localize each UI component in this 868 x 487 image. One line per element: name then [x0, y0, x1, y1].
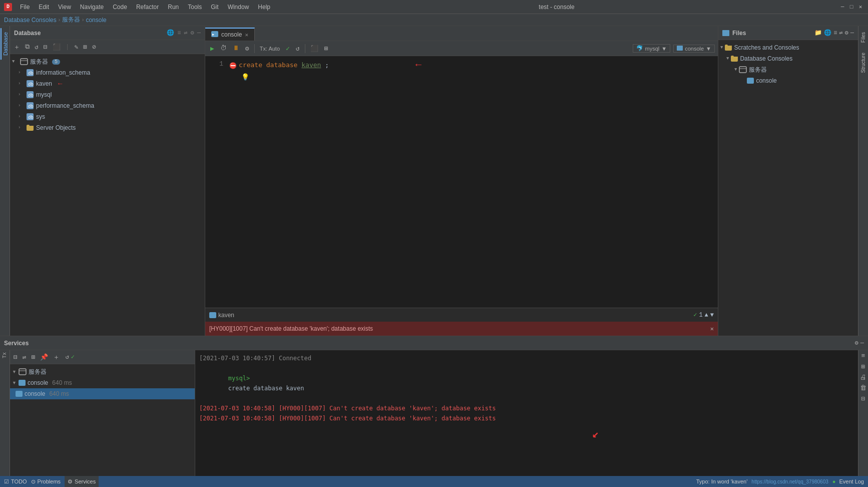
- files-minus-icon[interactable]: ─: [850, 30, 854, 37]
- edit-icon[interactable]: ✎: [73, 42, 80, 52]
- menu-edit[interactable]: Edit: [35, 3, 53, 12]
- menu-run[interactable]: Run: [164, 3, 183, 12]
- files-globe-icon[interactable]: 🌐: [824, 29, 831, 37]
- srv-check-icon[interactable]: ✓: [71, 353, 75, 361]
- tree-item-mysql[interactable]: › db mysql: [10, 89, 205, 100]
- srv-pin-icon[interactable]: 📌: [39, 352, 50, 362]
- tree-item-kaven[interactable]: › db kaven ←: [10, 78, 205, 89]
- console-selector[interactable]: console ▼: [673, 45, 715, 53]
- menu-view[interactable]: View: [54, 3, 75, 12]
- status-services[interactable]: ⚙ Services: [65, 476, 99, 487]
- code-area[interactable]: ⛔ create database kaven ; ← 💡: [225, 56, 718, 308]
- menu-file[interactable]: File: [16, 3, 34, 12]
- tree-item-server-objects[interactable]: › Server Objects: [10, 122, 205, 133]
- menu-tools[interactable]: Tools: [184, 3, 206, 12]
- minimize-button[interactable]: ─: [839, 4, 846, 11]
- db-settings-icon[interactable]: ⚙: [191, 29, 194, 37]
- filter-icon[interactable]: ⊟: [42, 42, 49, 52]
- srv-right-icon3[interactable]: 🖨: [860, 374, 866, 381]
- menu-code[interactable]: Code: [109, 3, 131, 12]
- menu-window[interactable]: Window: [224, 3, 253, 12]
- menu-navigate[interactable]: Navigate: [76, 3, 108, 12]
- run-button[interactable]: ▶: [208, 44, 216, 54]
- expand-scratches[interactable]: ▼: [720, 45, 723, 50]
- stop-button[interactable]: ⏸: [231, 44, 241, 53]
- editor-tab-console[interactable]: ▶ console ✕: [205, 28, 255, 41]
- menu-refactor[interactable]: Refactor: [132, 3, 163, 12]
- srv-expand-server[interactable]: ▼: [12, 369, 17, 374]
- add-icon[interactable]: ＋: [12, 42, 22, 53]
- arrow-up-icon[interactable]: ▲: [705, 312, 708, 319]
- srv-right-icon2[interactable]: ⊞: [861, 363, 865, 371]
- srv-right-icon1[interactable]: ≡: [861, 352, 865, 360]
- srv-settings-icon[interactable]: ⚙: [855, 339, 858, 347]
- vtab-database[interactable]: Database: [1, 28, 10, 60]
- expand-perf[interactable]: ›: [18, 103, 24, 108]
- arrow-down-icon[interactable]: ▼: [710, 312, 714, 319]
- files-settings-icon[interactable]: ⚙: [845, 29, 848, 37]
- srv-tree-console2[interactable]: › console 640 ms: [10, 388, 195, 399]
- expand-server-obj[interactable]: ›: [18, 125, 24, 130]
- tx-check[interactable]: ✓: [284, 44, 292, 54]
- expand-sys[interactable]: ›: [18, 114, 24, 119]
- menu-help[interactable]: Help: [254, 3, 274, 12]
- mysql-selector[interactable]: 🐬 mysql ▼: [633, 44, 671, 53]
- menu-git[interactable]: Git: [207, 3, 222, 12]
- close-button[interactable]: ✕: [857, 4, 864, 11]
- db-globe-icon[interactable]: 🌐: [167, 29, 174, 37]
- breadcrumb-console[interactable]: console: [86, 17, 106, 24]
- expand-mysql[interactable]: ›: [18, 92, 24, 97]
- srv-add-icon[interactable]: ＋: [52, 352, 61, 363]
- tx-refresh[interactable]: ↺: [294, 44, 302, 54]
- editor-content[interactable]: 1 ⛔ create database kaven ; ←: [205, 56, 718, 308]
- srv-expand-console1[interactable]: ▼: [12, 380, 17, 385]
- srv-right-icon4[interactable]: 🗑: [860, 384, 866, 392]
- history-button[interactable]: ⏱: [218, 44, 229, 53]
- search-filter-icon[interactable]: ⊘: [91, 42, 98, 52]
- srv-right-icon5[interactable]: ⊟: [861, 395, 865, 403]
- srv-tree-server[interactable]: ▼ 服务器: [10, 366, 195, 377]
- expand-info[interactable]: ›: [18, 70, 24, 75]
- error-close-button[interactable]: ✕: [710, 325, 714, 333]
- expand-server[interactable]: ▼: [12, 59, 18, 64]
- status-event-log[interactable]: ● Event Log: [832, 478, 864, 484]
- table-icon[interactable]: ⊞: [82, 42, 89, 52]
- srv-refresh-icon[interactable]: ↺: [65, 353, 69, 361]
- vtab-structure[interactable]: Structure: [859, 49, 867, 77]
- breadcrumb-db-consoles[interactable]: Database Consoles: [4, 17, 57, 24]
- maximize-button[interactable]: □: [848, 4, 855, 11]
- db-split-icon[interactable]: ⇌: [184, 29, 187, 37]
- files-folder-icon[interactable]: 📁: [814, 29, 822, 37]
- refresh-icon[interactable]: ↺: [33, 42, 40, 52]
- breadcrumb-server[interactable]: 服务器: [62, 16, 80, 24]
- tree-item-info-schema[interactable]: › db information_schema: [10, 67, 205, 78]
- srv-align-icon[interactable]: ⊟: [12, 352, 19, 362]
- status-problems[interactable]: ⊙ Problems: [31, 478, 61, 485]
- tree-item-perf-schema[interactable]: › db performance_schema: [10, 100, 205, 111]
- stop-icon[interactable]: ⬛: [51, 42, 62, 52]
- copy-icon[interactable]: ⧉: [24, 42, 31, 52]
- ftree-console[interactable]: › console: [718, 75, 858, 86]
- srv-minus-icon[interactable]: ─: [860, 340, 864, 347]
- expand-ftree-server[interactable]: ▼: [734, 67, 737, 72]
- db-list-icon[interactable]: ≡: [177, 30, 181, 37]
- status-url[interactable]: https://blog.csdn.net/qq_37980603: [751, 479, 828, 484]
- files-list-icon[interactable]: ≡: [833, 30, 837, 37]
- srv-split-icon[interactable]: ⇌: [21, 352, 28, 362]
- files-split-icon[interactable]: ⇌: [839, 29, 842, 37]
- ftree-scratches[interactable]: ▼ Scratches and Consoles: [718, 42, 858, 53]
- table-btn[interactable]: ⊞: [322, 44, 330, 54]
- db-minus-icon[interactable]: ─: [197, 30, 201, 37]
- stop-btn2[interactable]: ⬛: [308, 44, 320, 54]
- srv-tree-console1[interactable]: ▼ console 640 ms: [10, 377, 195, 388]
- ftree-db-consoles[interactable]: ▼ Database Consoles: [718, 53, 858, 64]
- ftree-server[interactable]: ▼ 服务器: [718, 64, 858, 75]
- bulb-icon[interactable]: 💡: [241, 74, 249, 81]
- expand-db-consoles[interactable]: ▼: [726, 56, 729, 61]
- status-todo[interactable]: ☑ TODO: [4, 478, 27, 485]
- srv-tx-label[interactable]: Tx: [2, 352, 8, 358]
- tab-close-button[interactable]: ✕: [245, 32, 248, 38]
- tree-item-sys[interactable]: › db sys: [10, 111, 205, 122]
- srv-grid-icon[interactable]: ⊞: [30, 352, 37, 362]
- vtab-files[interactable]: Files: [859, 28, 867, 47]
